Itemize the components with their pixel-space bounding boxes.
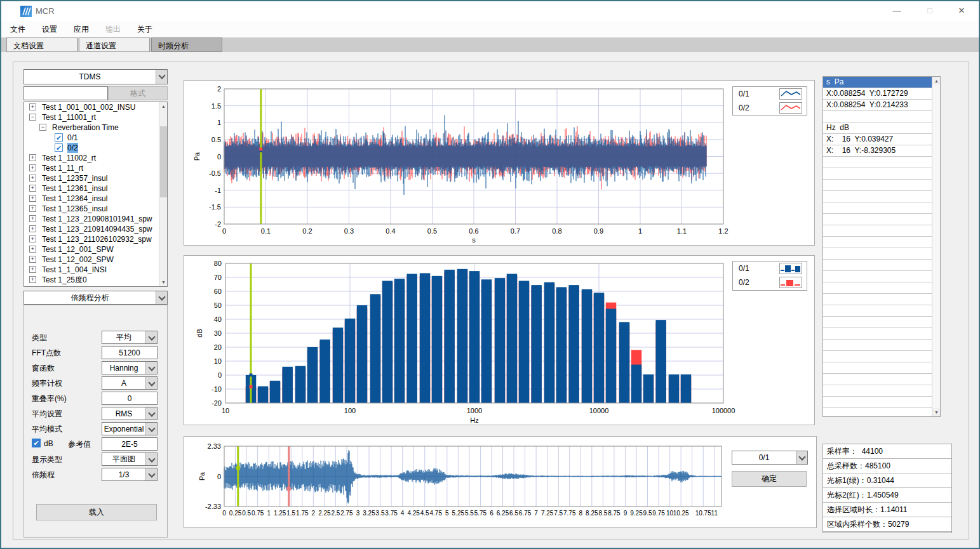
readout-row[interactable] xyxy=(823,202,932,214)
filter-input[interactable] xyxy=(23,86,108,100)
expand-plus-icon[interactable]: + xyxy=(29,235,36,242)
tab-文档设置[interactable]: 文档设置 xyxy=(6,37,77,52)
form-select-6[interactable]: Exponential xyxy=(102,422,158,435)
tree-item[interactable]: +Test 1_001_001_002_INSU xyxy=(24,102,167,112)
chevron-down-icon[interactable] xyxy=(145,407,157,420)
expand-plus-icon[interactable]: + xyxy=(29,205,36,212)
readout-row[interactable] xyxy=(823,237,932,248)
readout-row[interactable]: X: 16 Y:-8.329305 xyxy=(823,145,932,157)
tree-item[interactable]: +Test 1_12_002_SPW xyxy=(24,255,167,265)
readout-row[interactable] xyxy=(823,157,932,168)
tree-item[interactable]: +Test 1_12357_insul xyxy=(24,173,167,183)
maximize-button[interactable]: □ xyxy=(919,1,941,20)
readout-row[interactable] xyxy=(823,362,932,374)
expand-plus-icon[interactable]: + xyxy=(29,164,36,171)
scroll-thumb[interactable] xyxy=(160,126,167,197)
readout-row[interactable] xyxy=(823,282,932,294)
overview-chart[interactable]: 00.250.50.7511.251.51.7522.252.52.7533.2… xyxy=(184,437,816,527)
readout-row[interactable] xyxy=(823,340,932,351)
tree-item[interactable]: +Test 1_11_rt xyxy=(24,163,167,173)
readout-header[interactable]: s Pa xyxy=(823,77,932,88)
minimize-button[interactable]: — xyxy=(886,1,908,20)
expand-plus-icon[interactable]: + xyxy=(29,175,36,182)
chevron-down-icon[interactable] xyxy=(145,453,157,465)
form-select-8[interactable]: 平面图 xyxy=(102,453,158,466)
readout-row[interactable] xyxy=(823,397,932,408)
expand-plus-icon[interactable]: + xyxy=(29,256,36,263)
tree-item[interactable]: −Test 1_11001_rt xyxy=(24,112,167,122)
form-input-1[interactable] xyxy=(102,346,158,359)
collapse-minus-icon[interactable]: − xyxy=(39,124,46,131)
readout-row[interactable] xyxy=(823,374,932,385)
form-select-2[interactable]: Hanning xyxy=(102,361,158,374)
menu-item-应用[interactable]: 应用 xyxy=(66,21,97,38)
readout-row[interactable]: Hz dB xyxy=(823,122,932,134)
readout-row[interactable] xyxy=(823,305,932,317)
menu-item-设置[interactable]: 设置 xyxy=(34,21,65,38)
tree-item[interactable]: +Test 1_12364_insul xyxy=(24,194,167,204)
tree-item[interactable]: +Test 1_12_001_SPW xyxy=(24,244,167,255)
tree-item[interactable]: ✔0/1 xyxy=(24,133,167,143)
readout-row[interactable] xyxy=(823,351,932,362)
tree-item[interactable]: +Test 1_12361_insul xyxy=(24,183,167,194)
tab-时频分析[interactable]: 时频分析 xyxy=(151,37,222,52)
load-button[interactable]: 载入 xyxy=(36,504,157,520)
legend-entry-0/2[interactable]: 0/2 xyxy=(733,101,807,115)
form-select-5[interactable]: RMS xyxy=(102,407,158,420)
readout-row[interactable]: X:0.088254 Y:0.214233 xyxy=(823,100,932,111)
tree-item[interactable]: +Test 1_123_210914094435_spw xyxy=(24,224,167,234)
expand-plus-icon[interactable]: + xyxy=(29,154,36,161)
expand-plus-icon[interactable]: + xyxy=(29,103,36,110)
analysis-type-select[interactable]: 倍频程分析 xyxy=(23,291,168,305)
readout-row[interactable] xyxy=(823,225,932,237)
readout-row[interactable] xyxy=(823,214,932,225)
readout-row[interactable] xyxy=(823,191,932,202)
readout-row[interactable] xyxy=(823,248,932,260)
cursor-marker[interactable] xyxy=(259,148,262,151)
readout-row[interactable] xyxy=(823,385,932,397)
tree-item[interactable]: −Reverberation Time xyxy=(24,122,167,133)
readout-row[interactable] xyxy=(823,271,932,282)
tree-item[interactable]: +Test 1_25度0 xyxy=(24,275,167,285)
cursor-marker[interactable] xyxy=(250,385,253,388)
cursor-handle[interactable] xyxy=(236,466,240,470)
readout-row[interactable] xyxy=(823,260,932,271)
chevron-down-icon[interactable] xyxy=(145,377,157,389)
tree-item[interactable]: +Test 1_11002_rt xyxy=(24,153,167,163)
legend-entry-0/2[interactable]: 0/2 xyxy=(733,275,807,289)
file-format-select[interactable]: TDMS xyxy=(23,69,168,84)
scroll-up-icon[interactable]: ▲ xyxy=(932,77,941,85)
menu-item-输出[interactable]: 输出 xyxy=(98,21,128,38)
chevron-down-icon[interactable] xyxy=(156,291,167,304)
form-select-9[interactable]: 1/3 xyxy=(102,468,158,481)
tree-item[interactable]: +Test 1_12365_insul xyxy=(24,204,167,214)
chevron-down-icon[interactable] xyxy=(145,423,157,435)
readout-row[interactable]: X:0.088254 Y:0.172729 xyxy=(823,88,932,100)
readout-row[interactable] xyxy=(823,168,932,180)
octave-chart[interactable]: 1010010001000010000080706050403020100-10… xyxy=(184,256,814,425)
close-button[interactable]: ✕ xyxy=(951,1,972,20)
readout-scrollbar[interactable]: ▲ ▼ xyxy=(932,77,940,416)
tree-scrollbar[interactable]: ▲▼ xyxy=(159,102,167,286)
readout-row[interactable] xyxy=(823,294,932,305)
collapse-minus-icon[interactable]: − xyxy=(29,114,36,121)
chevron-down-icon[interactable] xyxy=(145,362,157,374)
tree-checkbox[interactable]: ✔ xyxy=(55,133,63,142)
reference-value-input[interactable] xyxy=(102,437,158,451)
readout-row[interactable] xyxy=(823,328,932,340)
overview-channel-select[interactable]: 0/1 xyxy=(732,451,808,465)
tree-item[interactable]: +Test 1_1_004_INSI xyxy=(24,265,167,275)
tree-checkbox[interactable]: ✔ xyxy=(55,143,63,152)
chevron-down-icon[interactable] xyxy=(145,331,157,343)
cursor-marker[interactable] xyxy=(250,373,253,376)
expand-plus-icon[interactable]: + xyxy=(29,276,36,283)
expand-plus-icon[interactable]: + xyxy=(29,185,36,192)
readout-row[interactable] xyxy=(823,408,932,417)
chevron-down-icon[interactable] xyxy=(145,468,157,480)
readout-row[interactable]: X: 16 Y:0.039427 xyxy=(823,134,932,145)
tree-item[interactable]: +Test 1_123_211026102932_spw xyxy=(24,234,167,244)
expand-plus-icon[interactable]: + xyxy=(29,246,36,253)
expand-plus-icon[interactable]: + xyxy=(29,195,36,202)
expand-plus-icon[interactable]: + xyxy=(29,225,36,232)
time-chart[interactable]: 00.10.20.30.40.50.60.70.80.911.11.221.51… xyxy=(184,81,814,245)
